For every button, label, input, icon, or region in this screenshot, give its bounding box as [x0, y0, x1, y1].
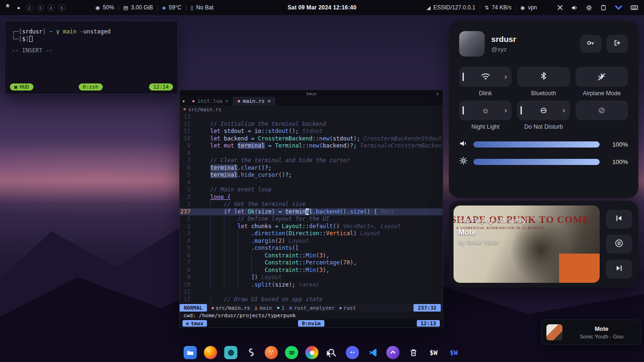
code-line[interactable]: 5 terminal.hide_cursor()?; [180, 172, 443, 179]
tmux-session-badge[interactable]: ▣ tmux [182, 320, 207, 327]
wifi-label: Dlink [479, 90, 492, 98]
clipboard-icon[interactable] [600, 4, 607, 11]
code-line[interactable]: 237 if let Ok(size) = terminal.backend()… [180, 208, 443, 216]
terminal-window[interactable]: ┌─[srdusr] ~ γ main -unstaged └─[$] -- I… [5, 21, 178, 94]
editor-window[interactable]: tmux x ◆ ● init.lua × ● main.rs × ● src/… [179, 90, 443, 328]
vpn-stat[interactable]: ◉ vpn [520, 4, 537, 11]
code-line[interactable]: 5 .constraints([ [180, 245, 443, 252]
line-number: 7 [180, 157, 197, 165]
cpu-icon: ◉ [96, 5, 100, 11]
prompt-line-1: ┌─[srdusr] ~ γ main -unstaged [12, 28, 171, 35]
dock-item-discord[interactable] [345, 345, 360, 360]
active-indicator [462, 73, 464, 81]
dock-item-qutebrowser[interactable] [223, 345, 239, 360]
code-line[interactable]: 3 .direction(Direction::Vertical) Layout [180, 230, 443, 238]
code-line[interactable]: 10 .split(size); (area) [180, 281, 443, 289]
chevron-right-icon[interactable]: › [504, 73, 507, 81]
dock-item-vscode[interactable] [365, 345, 380, 360]
code-line[interactable]: 12 // Draw UI based on app state [180, 296, 443, 304]
tab-main-rs[interactable]: ● main.rs × [233, 97, 275, 106]
next-track-button[interactable] [606, 260, 632, 279]
workspace-2[interactable]: 2 [26, 4, 33, 11]
zsh-session-badge[interactable]: 0:zsh [79, 83, 103, 90]
album-art[interactable]: SHAPE OF PUNK TO COME A CHIMERICAL BOMBI… [454, 206, 600, 283]
blocked-toggle[interactable]: ⊘ [576, 100, 628, 120]
tab-init-lua[interactable]: ● init.lua × [188, 97, 233, 106]
workspace-4[interactable]: 4 [48, 4, 55, 11]
hook-icon [247, 347, 256, 358]
close-tab-icon[interactable]: × [267, 98, 271, 104]
now-playing-caption: Now Playing - via Spotify [458, 217, 526, 224]
code-line[interactable]: 4 [180, 179, 443, 187]
dock-item-vpn-app[interactable] [386, 345, 401, 360]
bluetooth-toggle[interactable] [517, 67, 570, 87]
wifi-toggle[interactable]: › [459, 67, 512, 87]
code-line[interactable]: 10 let backend = CrosstermBackend::new(s… [180, 135, 443, 143]
dock-item-firefox[interactable] [203, 345, 218, 360]
mouse-cursor [326, 350, 333, 360]
close-tab-icon[interactable]: × [225, 98, 229, 104]
dock-item-music-app[interactable] [264, 345, 279, 360]
dock-item-sw-white[interactable]: $W [426, 345, 441, 360]
hud-badge[interactable]: ▣ HUD [10, 83, 33, 90]
dock-item-trash[interactable] [406, 345, 421, 360]
volume-slider[interactable] [473, 141, 600, 148]
code-line[interactable]: 7 // Clear the terminal and hide the cur… [180, 157, 443, 165]
dock-item-image-viewer[interactable] [305, 345, 320, 360]
dock-item-shell[interactable] [244, 345, 259, 360]
clock[interactable]: Sat 09 Mar 2024 12:16:40 [288, 4, 356, 11]
code-line[interactable]: 2 let chunks = Layout::default() Vec<Rec… [180, 223, 443, 230]
launcher-flower-icon[interactable]: * [6, 5, 10, 10]
pause-button[interactable] [606, 235, 632, 254]
do-not-disturb-toggle[interactable]: ⊖ › [517, 100, 570, 120]
code-line[interactable]: 4 .margin(2) Layout [180, 238, 443, 245]
brightness-slider[interactable] [473, 159, 600, 165]
keyboard-icon[interactable] [630, 4, 638, 11]
previous-track-button[interactable] [606, 210, 632, 229]
tools-icon[interactable] [557, 4, 563, 11]
dock-item-spotify[interactable] [284, 345, 299, 360]
workspace-5[interactable]: 5 [58, 4, 66, 11]
code-line[interactable]: 2 loop { [180, 194, 443, 201]
code-line[interactable]: 6 terminal.clear()?; [180, 165, 443, 172]
code-line[interactable]: 6 Constraint::Min(3), [180, 252, 443, 260]
code-line[interactable]: 8 Constraint::Min(3), [180, 267, 443, 274]
code-line[interactable]: 12 // Initialize the terminal backend [180, 121, 443, 128]
code-line[interactable]: 1 // Get the terminal size [180, 201, 443, 208]
code-line[interactable]: 13 [180, 113, 443, 121]
git-status: -unstaged [76, 28, 110, 35]
logout-button[interactable] [606, 35, 628, 53]
workspace-active-icon[interactable]: ● [17, 5, 20, 10]
keyring-button[interactable] [580, 35, 602, 53]
dock-item-file-manager[interactable] [183, 345, 198, 360]
close-window-icon[interactable]: x [436, 91, 439, 96]
chevron-right-icon[interactable]: › [504, 107, 507, 114]
airplane-icon: ✈ [598, 72, 605, 82]
code-line[interactable]: 9 ]) Layout [180, 274, 443, 281]
code-line[interactable]: 7 Constraint::Percentage(70), [180, 259, 443, 267]
code-line[interactable]: 11 [180, 288, 443, 296]
statusline-lsp: ⚙ rust_analyzer [289, 305, 335, 311]
night-light-toggle[interactable]: ☼ › [459, 100, 512, 120]
notification-toast[interactable]: Mote Sonic Youth - Goo [541, 320, 641, 345]
control-center-panel: srdusr @xyz › D [449, 21, 638, 198]
code-line[interactable]: 3 // Main event loop [180, 186, 443, 194]
chevron-down-icon[interactable] [614, 4, 623, 11]
tmux-window-badge[interactable]: 0:nvim [298, 320, 324, 327]
dock-item-sw-blue[interactable]: $W [446, 345, 462, 360]
code-line[interactable]: 9 let mut terminal = Terminal::new(backe… [180, 142, 443, 150]
code-line[interactable]: 11 let stdout = io::stdout(); Stdout [180, 128, 443, 135]
line-number: 7 [180, 259, 197, 267]
slash-circle-icon: ⊘ [598, 105, 605, 115]
gear-icon[interactable] [586, 4, 593, 11]
workspace-3[interactable]: 3 [37, 4, 44, 11]
line-number: 8 [180, 267, 197, 274]
code-line[interactable]: 8 [180, 150, 443, 157]
code-line[interactable]: 1 // Define layout for the UI [180, 215, 443, 223]
speaker-icon[interactable] [571, 4, 578, 11]
code-area[interactable]: 1312 // Initialize the terminal backend1… [180, 113, 443, 304]
line-number: 2 [180, 194, 197, 201]
wifi-stat[interactable]: ◢ ESSID/127.0.0.1 [427, 4, 476, 11]
airplane-mode-toggle[interactable]: ✈ [576, 67, 628, 87]
chevron-right-icon[interactable]: › [562, 107, 565, 114]
